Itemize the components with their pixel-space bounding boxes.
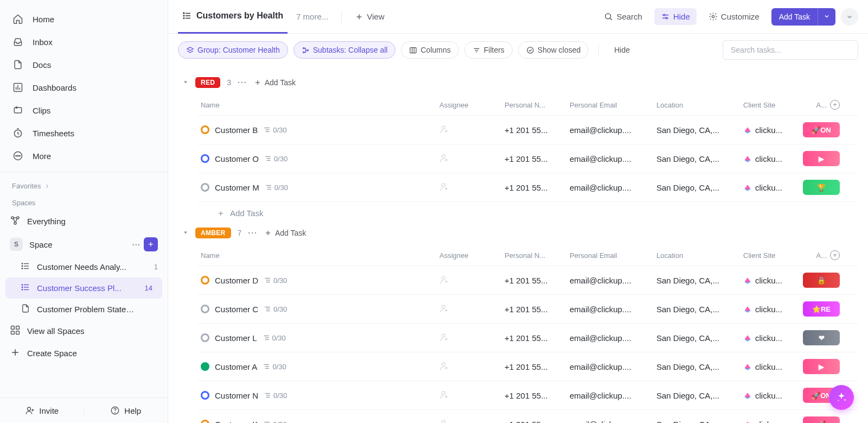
subtasks-chip[interactable]: Subtasks: Collapse all bbox=[293, 41, 396, 59]
cell-location[interactable]: San Diego, CA,... bbox=[653, 418, 740, 424]
nav-item-dashboards[interactable]: Dashboards bbox=[0, 76, 168, 99]
task-name[interactable]: Customer O bbox=[215, 154, 259, 163]
col-personal-number[interactable]: Personal N... bbox=[501, 99, 566, 111]
cell-assignee[interactable] bbox=[436, 273, 501, 288]
favorites-section[interactable]: Favorites bbox=[0, 176, 168, 193]
hide-button[interactable]: Hide bbox=[654, 8, 697, 25]
group-add-task[interactable]: Add Task bbox=[254, 78, 296, 87]
status-dot[interactable] bbox=[201, 391, 209, 400]
cell-location[interactable]: San Diego, CA,... bbox=[653, 123, 740, 137]
cell-email[interactable]: email@clickup.... bbox=[566, 389, 653, 402]
table-row[interactable]: Customer O 0/30 +1 201 55... email@click… bbox=[197, 144, 858, 173]
cell-email[interactable]: email@clickup.... bbox=[566, 331, 653, 345]
cell-status[interactable]: ❤ bbox=[800, 328, 843, 348]
status-dot[interactable] bbox=[201, 154, 209, 163]
show-closed-chip[interactable]: Show closed bbox=[518, 41, 589, 59]
list-item[interactable]: Customer Needs Analy...1 bbox=[0, 256, 168, 277]
subtask-badge[interactable]: 0/30 bbox=[263, 126, 286, 134]
cell-status[interactable]: 🚀 bbox=[800, 414, 843, 423]
group-badge[interactable]: RED bbox=[195, 77, 220, 88]
cell-phone[interactable]: +1 201 55... bbox=[501, 302, 566, 316]
cell-phone[interactable]: +1 201 55... bbox=[501, 418, 566, 424]
status-dot[interactable] bbox=[201, 183, 209, 192]
columns-chip[interactable]: Columns bbox=[401, 41, 458, 59]
search-tasks-input[interactable] bbox=[723, 40, 858, 60]
list-item[interactable]: Customer Success Pl...14 bbox=[5, 277, 162, 299]
cell-location[interactable]: San Diego, CA,... bbox=[653, 274, 740, 287]
add-task-row[interactable]: Add Task bbox=[197, 201, 858, 222]
cell-status[interactable]: 🚀ON bbox=[800, 120, 843, 140]
add-view-button[interactable]: View bbox=[350, 12, 388, 21]
cell-assignee[interactable] bbox=[436, 388, 501, 403]
group-more-button[interactable]: ··· bbox=[238, 78, 247, 87]
status-dot[interactable] bbox=[201, 362, 209, 371]
cell-site[interactable]: clicku... bbox=[740, 331, 800, 345]
col-client-site[interactable]: Client Site bbox=[740, 249, 800, 262]
cell-assignee[interactable] bbox=[436, 359, 501, 375]
view-tab-active[interactable]: Customers by Health bbox=[178, 0, 288, 34]
cell-email[interactable]: email@clickup.... bbox=[566, 418, 653, 424]
status-dot[interactable] bbox=[201, 333, 209, 342]
cell-location[interactable]: San Diego, CA,... bbox=[653, 331, 740, 345]
task-name[interactable]: Customer K bbox=[215, 420, 258, 424]
cell-assignee[interactable] bbox=[436, 122, 501, 138]
group-toggle[interactable] bbox=[182, 78, 189, 87]
cell-site[interactable]: clicku... bbox=[740, 418, 800, 424]
cell-assignee[interactable] bbox=[436, 301, 501, 317]
cell-phone[interactable]: +1 201 55... bbox=[501, 152, 566, 166]
add-column-button[interactable]: + bbox=[830, 250, 840, 260]
task-name[interactable]: Customer A bbox=[215, 362, 257, 371]
subtask-badge[interactable]: 0/30 bbox=[263, 334, 286, 342]
nav-item-timesheets[interactable]: Timesheets bbox=[0, 122, 168, 144]
status-dot[interactable] bbox=[201, 305, 209, 313]
subtask-badge[interactable]: 0/30 bbox=[264, 305, 287, 313]
cell-site[interactable]: clicku... bbox=[740, 181, 800, 194]
group-toggle[interactable] bbox=[182, 229, 189, 237]
table-row[interactable]: Customer C 0/30 +1 201 55... email@click… bbox=[197, 294, 858, 323]
nav-item-docs[interactable]: Docs bbox=[0, 53, 168, 76]
filters-chip[interactable]: Filters bbox=[464, 41, 513, 59]
col-personal-number[interactable]: Personal N... bbox=[501, 249, 566, 262]
task-name[interactable]: Customer N bbox=[215, 391, 258, 400]
help-button[interactable]: Help bbox=[84, 406, 168, 415]
task-name[interactable]: Customer D bbox=[215, 276, 258, 285]
cell-phone[interactable]: +1 201 55... bbox=[501, 181, 566, 194]
col-name[interactable]: Name bbox=[197, 249, 436, 262]
col-assignee[interactable]: Assignee bbox=[436, 99, 501, 111]
group-badge[interactable]: AMBER bbox=[195, 228, 231, 238]
cell-phone[interactable]: +1 201 55... bbox=[501, 274, 566, 287]
subtask-badge[interactable]: 0/30 bbox=[264, 155, 288, 163]
cell-email[interactable]: email@clickup.... bbox=[566, 181, 653, 194]
group-chip[interactable]: Group: Customer Health bbox=[178, 41, 288, 59]
nav-item-home[interactable]: Home bbox=[0, 8, 168, 30]
table-row[interactable]: Customer D 0/30 +1 201 55... email@click… bbox=[197, 266, 858, 294]
space-item[interactable]: S Space ··· + bbox=[0, 232, 168, 256]
task-name[interactable]: Customer M bbox=[215, 183, 259, 192]
ai-fab-button[interactable] bbox=[829, 385, 854, 410]
subtask-badge[interactable]: 0/30 bbox=[265, 184, 288, 192]
cell-email[interactable]: email@clickup.... bbox=[566, 302, 653, 316]
cell-assignee[interactable] bbox=[436, 151, 501, 167]
add-task-button[interactable]: Add Task bbox=[771, 8, 835, 26]
task-name[interactable]: Customer L bbox=[215, 333, 257, 343]
subtask-badge[interactable]: 0/30 bbox=[264, 392, 287, 400]
cell-status[interactable]: 🔒 bbox=[800, 270, 843, 290]
col-name[interactable]: Name bbox=[197, 99, 436, 111]
add-task-chevron[interactable] bbox=[818, 8, 835, 26]
cell-location[interactable]: San Diego, CA,... bbox=[653, 302, 740, 316]
nav-item-clips[interactable]: Clips bbox=[0, 99, 168, 122]
cell-site[interactable]: clicku... bbox=[740, 360, 800, 374]
col-personal-email[interactable]: Personal Email bbox=[566, 99, 653, 111]
space-add-button[interactable]: + bbox=[144, 237, 158, 251]
cell-site[interactable]: clicku... bbox=[740, 274, 800, 287]
cell-status[interactable]: ⭐RE bbox=[800, 299, 843, 319]
nav-item-inbox[interactable]: Inbox bbox=[0, 30, 168, 53]
col-assignee[interactable]: Assignee bbox=[436, 249, 501, 262]
cell-assignee[interactable] bbox=[436, 416, 501, 424]
invite-button[interactable]: Invite bbox=[0, 406, 84, 415]
table-row[interactable]: Customer M 0/30 +1 201 55... email@click… bbox=[197, 173, 858, 201]
status-dot[interactable] bbox=[201, 125, 209, 134]
cell-site[interactable]: clicku... bbox=[740, 123, 800, 137]
cell-phone[interactable]: +1 201 55... bbox=[501, 389, 566, 402]
cell-site[interactable]: clicku... bbox=[740, 389, 800, 402]
